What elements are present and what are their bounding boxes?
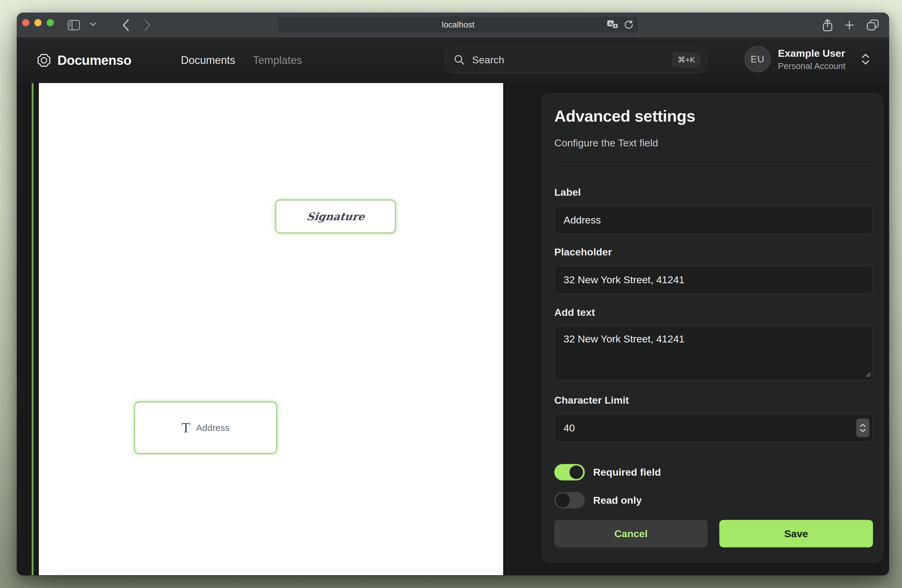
back-button[interactable]: [122, 19, 130, 32]
panel-subtitle: Configure the Text field: [554, 137, 658, 149]
label-input[interactable]: [554, 206, 873, 234]
read-only-toggle[interactable]: [554, 492, 585, 508]
search-box[interactable]: ⌘+K: [445, 46, 707, 73]
user-menu[interactable]: EU Example User Personal Account: [744, 46, 871, 73]
placeholder-input[interactable]: [554, 265, 873, 294]
browser-window: localhost A: [17, 13, 889, 575]
documenso-logo: [36, 52, 52, 69]
translate-button[interactable]: A: [607, 20, 619, 30]
forward-icon: [144, 19, 151, 32]
new-tab-button[interactable]: [845, 20, 854, 30]
text-field-address[interactable]: T Address: [134, 402, 277, 454]
new-tab-icon: [845, 20, 854, 30]
cancel-button[interactable]: Cancel: [554, 520, 708, 547]
text-field-label: Address: [196, 423, 230, 433]
page-indicator-bar: [32, 83, 33, 575]
svg-text:A: A: [609, 21, 612, 26]
sidebar-options-button[interactable]: [90, 22, 96, 26]
stepper-down-icon: [860, 428, 866, 432]
close-window-button[interactable]: [22, 19, 29, 26]
add-text-textarea[interactable]: 32 New York Street, 41241: [554, 326, 873, 380]
app-header: Documenso Documents Templates ⌘+K EU: [17, 38, 889, 83]
main-nav: Documents Templates: [181, 38, 302, 83]
brand-name: Documenso: [57, 53, 131, 68]
nav-item-documents[interactable]: Documents: [181, 54, 235, 67]
forward-button[interactable]: [144, 19, 151, 32]
panel-title: Advanced settings: [554, 107, 695, 125]
back-icon: [122, 19, 130, 32]
stepper-up-icon: [860, 423, 866, 427]
placeholder-field-label: Placeholder: [554, 246, 612, 258]
number-stepper[interactable]: [856, 419, 869, 437]
share-button[interactable]: [822, 19, 833, 32]
reload-button[interactable]: [623, 19, 634, 30]
share-icon: [822, 19, 833, 32]
required-field-toggle[interactable]: [554, 464, 585, 480]
resize-grip-icon[interactable]: [864, 370, 872, 378]
read-only-label: Read only: [593, 494, 642, 506]
advanced-settings-panel: Advanced settings Configure the Text fie…: [542, 93, 883, 563]
chevrons-up-down-icon: [860, 52, 871, 66]
document-page: Signature T Address: [39, 83, 503, 575]
tabs-icon: [866, 19, 879, 31]
nav-item-templates[interactable]: Templates: [253, 54, 302, 67]
toolbar-separator: [84, 19, 85, 31]
add-text-field-label: Add text: [554, 307, 595, 318]
content-area: Signature T Address Advanced settings Co…: [17, 83, 889, 575]
label-field-label: Label: [554, 186, 581, 198]
read-only-row: Read only: [554, 492, 642, 508]
toggle-knob: [569, 465, 583, 479]
content-divider: [507, 83, 509, 575]
sidebar-icon: [67, 20, 80, 30]
zoom-window-button[interactable]: [47, 19, 54, 26]
signature-field[interactable]: Signature: [276, 200, 396, 233]
desktop-background: localhost A: [0, 0, 902, 588]
character-limit-field: [554, 413, 873, 442]
browser-toolbar: localhost A: [17, 13, 889, 38]
search-input[interactable]: [472, 54, 672, 66]
translate-icon: A: [607, 20, 619, 30]
avatar: EU: [744, 46, 771, 72]
search-shortcut-badge: ⌘+K: [672, 52, 700, 67]
tabs-overview-button[interactable]: [866, 19, 879, 31]
save-button[interactable]: Save: [719, 520, 873, 547]
reload-icon: [623, 19, 634, 30]
toggle-knob: [556, 493, 570, 507]
url-text: localhost: [442, 20, 474, 30]
character-limit-input[interactable]: [554, 413, 873, 442]
panel-divider: [554, 164, 873, 164]
brand-link[interactable]: Documenso: [36, 38, 131, 83]
text-field-icon: T: [182, 421, 190, 435]
signature-field-label: Signature: [306, 210, 365, 223]
address-bar[interactable]: localhost A: [278, 16, 639, 33]
required-field-label: Required field: [593, 466, 661, 478]
character-limit-field-label: Character Limit: [554, 394, 629, 406]
sidebar-toggle-button[interactable]: [67, 20, 80, 30]
minimize-window-button[interactable]: [34, 19, 42, 26]
search-icon: [454, 54, 465, 66]
user-name: Example User: [778, 47, 846, 59]
chevron-down-icon: [90, 22, 96, 26]
required-field-row: Required field: [554, 464, 661, 480]
user-account-type: Personal Account: [778, 61, 846, 71]
